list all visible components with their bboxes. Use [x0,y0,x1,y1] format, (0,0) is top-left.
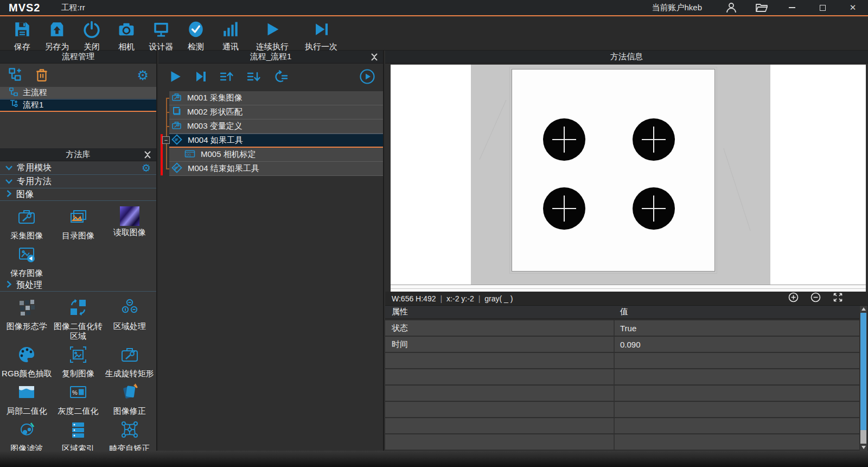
move-down-icon[interactable] [246,70,261,85]
scroll-up-icon[interactable] [860,306,867,312]
account-label: 当前账户hkeb [652,3,702,13]
table-row[interactable]: 状态 True [385,320,859,336]
pixel-value-label: gray( _ ) [484,294,513,303]
flow-step-label: M002 形状匹配 [187,107,242,117]
table-row-empty[interactable] [385,402,859,417]
collapse-icon[interactable] [144,151,151,160]
save-as-button[interactable]: 另存为 [41,17,73,50]
method-item[interactable]: 区域处理 [104,294,155,341]
table-row-empty[interactable] [385,353,859,368]
flow-step[interactable]: M002 形状匹配 [169,105,383,119]
method-item[interactable]: 图像形态学 [1,294,53,341]
run-circle-icon[interactable] [359,68,375,87]
run-continuous-button[interactable]: 连续执行 [250,17,295,50]
flow-editor-header: 流程_流程1 [158,51,383,64]
preprocess-method-grid: 图像形态学 图像二值化转区域 区域处理 RGB颜色抽取 [0,292,156,451]
save-button[interactable]: 保存 [7,17,38,50]
morphology-grid-icon [16,297,37,320]
group-special-methods[interactable]: 专用方法 [0,175,156,188]
collapse-icon[interactable] [371,53,378,62]
chevron-down-icon [5,163,12,173]
svg-text:IF: IF [175,138,178,142]
zoom-in-icon[interactable] [788,292,799,305]
svg-text:(x): (x) [187,153,191,157]
table-row-empty[interactable] [385,386,859,401]
method-item[interactable]: RGB颜色抽取 [1,341,53,378]
flow-item-flow1[interactable]: 流程1 [0,99,156,112]
method-item[interactable]: 图像修正 [104,378,155,416]
image-viewer[interactable] [391,65,866,292]
method-item[interactable]: 复制图像 [53,341,104,378]
flow-item-main[interactable]: 主流程 [0,87,156,99]
method-item[interactable]: % 灰度二值化 [53,378,104,416]
group-common-modules[interactable]: 常用模块 ⚙ [0,161,156,175]
method-item[interactable]: 读取图像 [104,203,155,241]
method-item[interactable]: 目录图像 [53,203,104,241]
run-once-button[interactable]: 执行一次 [298,17,344,50]
flow-step[interactable]: M003 变量定义 [169,119,383,134]
zoom-out-icon[interactable] [810,292,821,305]
method-label: 采集图像 [10,231,43,241]
method-item[interactable]: 局部二值化 [1,378,53,416]
app-logo: MVS2 [9,2,40,14]
step-icon[interactable] [194,70,207,85]
camera-button[interactable]: 相机 [111,17,142,50]
category-preprocess[interactable]: 预处理 [0,279,156,292]
gear-icon[interactable]: ⚙ [142,163,151,173]
method-item[interactable]: 图像滤波 [1,416,53,451]
method-label: 图像滤波 [10,444,43,451]
maximize-button[interactable] [807,0,838,15]
move-up-icon[interactable] [219,70,234,85]
run-once-icon [312,20,330,41]
folder-icon[interactable] [746,0,777,15]
comms-button[interactable]: 通讯 [215,17,246,50]
save-as-icon [48,20,66,41]
photo-stack-icon [68,206,88,229]
method-item[interactable]: 畸变自矫正 [104,416,155,451]
scrollbar-thumb[interactable] [860,313,866,430]
flow-step[interactable]: IF M004 结束如果工具 [169,162,383,176]
method-label: 畸变自矫正 [109,444,150,451]
flow-step[interactable]: (x) M005 相机标定 [169,148,383,162]
separator: | [478,294,481,303]
method-item[interactable]: 图像二值化转区域 [53,294,104,341]
horizontal-scrollbar[interactable] [391,285,866,292]
detect-button[interactable]: 检测 [180,17,212,50]
fit-screen-icon[interactable] [833,292,843,305]
designer-button[interactable]: 设计器 [145,17,177,50]
trash-icon[interactable] [35,67,49,84]
toolbox-wrench-icon [171,120,182,132]
close-button[interactable]: ✕ [838,0,868,15]
process-manager-toolbar: ⚙ [0,64,156,87]
table-row[interactable]: 时间 0.090 [385,337,859,352]
table-row-empty[interactable] [385,434,859,450]
gear-icon[interactable]: ⚙ [137,69,149,82]
method-item[interactable]: 生成旋转矩形 [104,341,155,378]
flow-step-selected[interactable]: IF M004 如果工具 [169,134,383,148]
minimize-button[interactable] [777,0,807,15]
flow-item-label: 主流程 [23,87,47,98]
add-flow-icon[interactable] [8,67,23,84]
method-item[interactable]: 区域索引 [53,416,104,451]
method-item[interactable]: 采集图像 [1,203,53,241]
expand-toggle[interactable]: − [162,136,170,144]
run-icon[interactable] [168,70,182,86]
method-label: 灰度二值化 [58,406,98,416]
category-image[interactable]: 图像 [0,188,156,201]
method-label: 读取图像 [113,228,146,237]
method-item[interactable]: 保存图像 [1,241,53,278]
close-project-button[interactable]: 关闭 [76,17,107,50]
flow-step[interactable]: M001 采集图像 [169,91,383,105]
user-icon[interactable] [716,0,746,15]
table-row-empty[interactable] [385,369,859,384]
table-scrollbar[interactable] [860,306,867,451]
loop-icon[interactable] [273,70,289,85]
main-toolbar: 保存 另存为 关闭 相机 设计器 [0,17,868,51]
process-manager-panel: 流程管理 ⚙ 主流程 流程1 方法库 [0,51,157,451]
svg-text:%: % [72,389,78,396]
project-label: 工程:rr [61,3,85,13]
scroll-down-icon[interactable] [860,444,867,451]
flow-step-label: M003 变量定义 [187,121,242,131]
image-filter-icon [16,419,37,442]
table-row-empty[interactable] [385,418,859,433]
